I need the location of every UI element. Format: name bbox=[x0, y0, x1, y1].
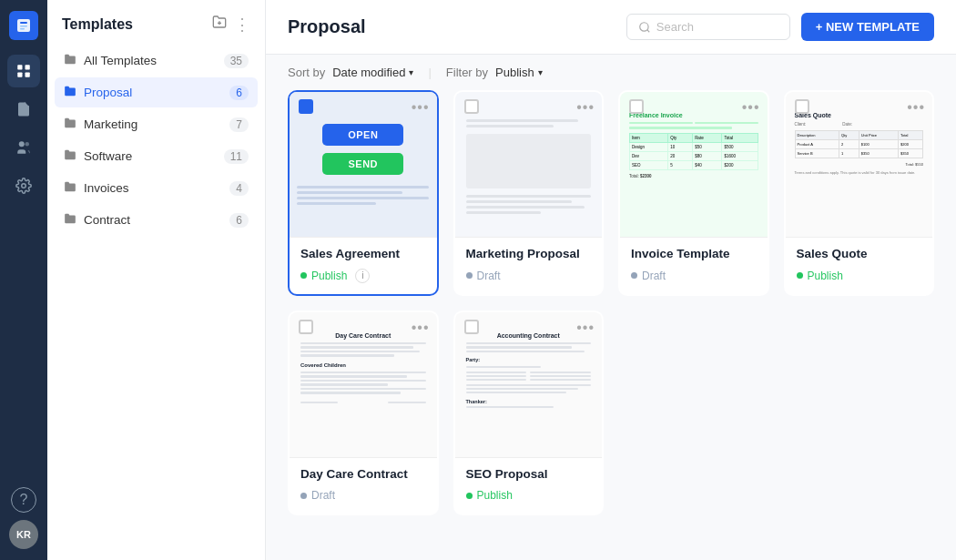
card-menu-marketing-proposal[interactable]: ••• bbox=[576, 99, 595, 116]
card-preview-seo-proposal: ••• Accounting Contract Party: bbox=[455, 312, 603, 458]
status-dot bbox=[300, 272, 307, 279]
info-icon[interactable]: i bbox=[355, 269, 370, 283]
folder-contract-icon bbox=[64, 212, 76, 228]
sidebar: Templates ⋮ All Templates 35 Proposal 6 bbox=[47, 0, 266, 560]
svg-point-10 bbox=[22, 184, 26, 188]
sidebar-item-marketing[interactable]: Marketing 7 bbox=[55, 109, 258, 139]
svg-rect-7 bbox=[25, 73, 30, 77]
card-menu-sales-agreement[interactable]: ••• bbox=[412, 99, 430, 116]
sidebar-title: Templates bbox=[62, 16, 133, 33]
status-text: Publish bbox=[311, 270, 347, 282]
nav-count-all-templates: 35 bbox=[224, 54, 249, 68]
card-checkbox-sales-agreement[interactable] bbox=[299, 99, 313, 114]
search-icon bbox=[638, 21, 651, 34]
card-name-day-care: Day Care Contract bbox=[300, 467, 426, 481]
card-checkbox-day-care[interactable] bbox=[299, 320, 313, 334]
sort-value: Date modified bbox=[332, 66, 405, 79]
rail-home-icon[interactable] bbox=[7, 55, 40, 87]
main-content: Proposal Search + NEW TEMPLATE Sort by D… bbox=[266, 0, 956, 560]
more-options-icon[interactable]: ⋮ bbox=[234, 15, 250, 35]
sidebar-header: Templates ⋮ bbox=[47, 0, 265, 42]
template-card-invoice[interactable]: ••• Freelance Invoice Item Qty Rate Tota… bbox=[618, 90, 769, 296]
svg-rect-2 bbox=[20, 25, 27, 27]
sort-chevron-icon: ▾ bbox=[409, 67, 413, 77]
card-checkbox-marketing-proposal[interactable] bbox=[464, 99, 479, 114]
folder-software-icon bbox=[64, 148, 76, 164]
rail-people-icon[interactable] bbox=[7, 131, 40, 164]
svg-line-14 bbox=[646, 29, 649, 32]
sort-dropdown[interactable]: Date modified ▾ bbox=[332, 66, 413, 79]
template-card-marketing-proposal[interactable]: ••• Marketing Proposal Draft bbox=[453, 90, 605, 296]
status-text: Publish bbox=[477, 489, 513, 502]
search-placeholder: Search bbox=[656, 20, 694, 34]
app-logo bbox=[9, 11, 38, 40]
card-body-marketing-proposal: Marketing Proposal Draft bbox=[455, 238, 603, 293]
rail-docs-icon[interactable] bbox=[7, 93, 40, 126]
template-grid: ••• OPEN SEND Sales Agreement Publish i bbox=[266, 90, 956, 560]
card-menu-day-care[interactable]: ••• bbox=[412, 320, 430, 336]
card-preview-day-care: ••• Day Care Contract Covered Children bbox=[290, 312, 437, 458]
card-checkbox-invoice[interactable] bbox=[629, 99, 644, 114]
sidebar-item-invoices[interactable]: Invoices 4 bbox=[55, 173, 258, 203]
nav-label-invoices: Invoices bbox=[84, 181, 222, 195]
svg-rect-1 bbox=[20, 22, 27, 24]
svg-rect-3 bbox=[20, 28, 25, 30]
svg-rect-6 bbox=[17, 73, 22, 77]
card-menu-seo-proposal[interactable]: ••• bbox=[576, 320, 595, 336]
card-checkbox-seo-proposal[interactable] bbox=[464, 320, 479, 334]
svg-point-9 bbox=[25, 142, 30, 147]
card-body-seo-proposal: SEO Proposal Publish bbox=[455, 458, 603, 514]
card-menu-sales-quote[interactable]: ••• bbox=[907, 99, 925, 116]
template-card-seo-proposal[interactable]: ••• Accounting Contract Party: bbox=[453, 311, 605, 515]
template-card-day-care[interactable]: ••• Day Care Contract Covered Children bbox=[288, 311, 439, 515]
card-preview-sales-agreement: ••• OPEN SEND bbox=[290, 92, 437, 238]
status-dot bbox=[797, 272, 803, 279]
filter-by-label: Filter by bbox=[446, 66, 488, 79]
nav-count-contract: 6 bbox=[229, 213, 249, 228]
card-name-sales-quote: Sales Quote bbox=[797, 247, 922, 260]
sidebar-nav: All Templates 35 Proposal 6 Marketing 7 … bbox=[47, 42, 265, 560]
main-toolbar: Sort by Date modified ▾ | Filter by Publ… bbox=[266, 55, 956, 90]
sales-send-button: SEND bbox=[322, 153, 403, 175]
card-menu-invoice[interactable]: ••• bbox=[742, 99, 760, 116]
filter-dropdown[interactable]: Publish ▾ bbox=[495, 66, 543, 79]
status-badge-sales-quote: Publish bbox=[797, 270, 843, 282]
status-badge-invoice: Draft bbox=[631, 270, 666, 282]
svg-point-13 bbox=[640, 22, 648, 30]
card-body-sales-quote: Sales Quote Publish bbox=[786, 238, 933, 293]
filter-value: Publish bbox=[495, 66, 534, 79]
header-right: Search + NEW TEMPLATE bbox=[626, 13, 934, 41]
status-dot bbox=[466, 493, 473, 499]
card-name-sales-agreement: Sales Agreement bbox=[300, 247, 426, 260]
add-folder-icon[interactable] bbox=[212, 15, 227, 35]
nav-count-invoices: 4 bbox=[229, 181, 249, 196]
sales-open-button: OPEN bbox=[322, 124, 403, 146]
rail-help-icon[interactable]: ? bbox=[11, 487, 36, 513]
folder-marketing-icon bbox=[64, 117, 76, 132]
sidebar-item-contract[interactable]: Contract 6 bbox=[55, 205, 258, 235]
sidebar-item-all-templates[interactable]: All Templates 35 bbox=[55, 46, 258, 76]
sidebar-item-proposal[interactable]: Proposal 6 bbox=[55, 77, 258, 107]
card-preview-marketing-proposal: ••• bbox=[455, 92, 603, 238]
toolbar-divider: | bbox=[428, 66, 431, 79]
card-body-sales-agreement: Sales Agreement Publish i bbox=[290, 238, 437, 294]
user-avatar[interactable]: KR bbox=[9, 520, 38, 549]
status-dot bbox=[631, 272, 637, 279]
rail-settings-icon[interactable] bbox=[7, 169, 40, 202]
nav-label-all-templates: All Templates bbox=[84, 54, 217, 67]
status-badge-seo-proposal: Publish bbox=[466, 489, 513, 502]
card-name-invoice: Invoice Template bbox=[631, 247, 757, 260]
new-template-label: + NEW TEMPLATE bbox=[816, 20, 920, 34]
card-checkbox-sales-quote[interactable] bbox=[795, 99, 809, 114]
sidebar-item-software[interactable]: Software 11 bbox=[55, 141, 258, 171]
card-body-invoice: Invoice Template Draft bbox=[620, 238, 768, 293]
nav-count-proposal: 6 bbox=[229, 86, 249, 100]
status-text: Draft bbox=[642, 270, 666, 282]
nav-count-software: 11 bbox=[224, 149, 249, 164]
status-text: Draft bbox=[311, 489, 335, 502]
template-card-sales-agreement[interactable]: ••• OPEN SEND Sales Agreement Publish i bbox=[288, 90, 439, 296]
search-box[interactable]: Search bbox=[626, 14, 790, 40]
main-title: Proposal bbox=[288, 16, 366, 37]
template-card-sales-quote[interactable]: ••• Sales Quote Client: Date: Descriptio… bbox=[784, 90, 935, 296]
new-template-button[interactable]: + NEW TEMPLATE bbox=[801, 13, 934, 41]
